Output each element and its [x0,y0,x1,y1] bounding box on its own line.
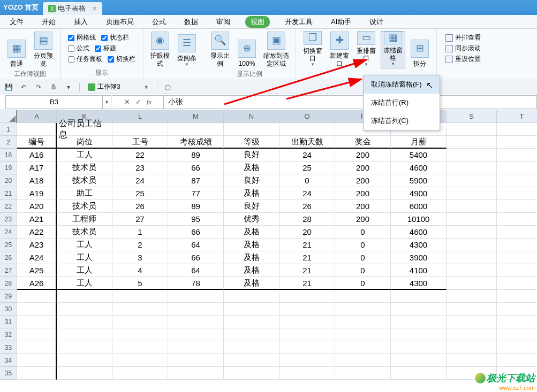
normal-view-button[interactable]: ▦普通 [4,31,29,68]
table-cell[interactable]: 200 [335,162,391,174]
table-cell[interactable]: 26 [112,200,168,213]
table-cell[interactable]: 89 [168,149,224,162]
table-cell[interactable]: 工人 [57,149,112,162]
table-cell[interactable]: 23 [112,162,168,174]
table-cell[interactable]: 200 [335,213,391,226]
table-cell[interactable]: 21 [279,251,335,264]
table-cell[interactable]: A26 [17,277,57,290]
table-cell[interactable]: 95 [168,213,224,226]
table-cell[interactable]: 4300 [391,277,447,290]
eyecare-button[interactable]: ◉护眼模式 [148,31,172,68]
readbar-button[interactable]: ☰查阅条▼ [175,31,199,68]
name-box[interactable]: B3▼ [5,95,111,109]
table-cell[interactable]: 良好 [224,200,279,213]
cancel-icon[interactable]: ✕ [124,98,130,106]
table-cell[interactable]: 及格 [224,264,279,277]
table-cell[interactable]: 0 [335,264,391,277]
formula-input[interactable] [164,95,537,109]
save-icon[interactable]: 💾 [3,82,14,93]
table-cell[interactable]: 4900 [391,187,447,200]
zoom-selection-button[interactable]: ▣缩放到选定区域 [261,31,291,68]
table-cell[interactable]: 25 [279,162,335,174]
table-cell[interactable]: 工人 [57,239,112,251]
column-header[interactable]: T [497,110,537,123]
table-cell[interactable]: 技术员 [57,162,112,174]
formulabar-checkbox[interactable]: 公式 [68,44,89,53]
table-cell[interactable]: 工程师 [57,213,112,226]
view-side-by-side-button[interactable]: 并排查看 [445,33,481,42]
undo-icon[interactable]: ↶ [18,82,29,93]
table-cell[interactable]: 0 [335,251,391,264]
reset-position-button[interactable]: 重设位置 [445,55,481,64]
table-cell[interactable]: 20 [279,226,335,239]
table-cell[interactable]: 0 [279,174,335,187]
table-cell[interactable]: 2 [112,239,168,251]
table-cell[interactable]: 及格 [224,226,279,239]
switchbar-checkbox[interactable]: 切换栏 [108,55,135,64]
table-cell[interactable]: A16 [17,149,57,162]
table-cell[interactable]: 技术员 [57,226,112,239]
table-cell[interactable]: 25 [112,187,168,200]
table-cell[interactable]: 28 [279,213,335,226]
table-cell[interactable]: 89 [168,200,224,213]
table-cell[interactable]: 优秀 [224,213,279,226]
table-cell[interactable]: 0 [335,277,391,290]
zoom-100-button[interactable]: ⊕100% [235,31,259,68]
table-cell[interactable]: 4 [112,264,168,277]
table-header[interactable]: 编号 [17,136,57,149]
table-cell[interactable]: 及格 [224,187,279,200]
table-cell[interactable]: 24 [279,149,335,162]
table-cell[interactable]: 0 [335,226,391,239]
table-cell[interactable]: 66 [168,162,224,174]
sync-scroll-button[interactable]: 同步滚动 [445,44,481,53]
sheet-icon[interactable]: ▢ [163,82,173,93]
table-header[interactable]: 考核成绩 [168,136,224,149]
table-cell[interactable]: 工人 [57,264,112,277]
table-cell[interactable]: 64 [168,264,224,277]
table-cell[interactable]: A20 [17,200,57,213]
menu-review[interactable]: 审阅 [213,16,233,28]
column-header[interactable]: L [112,110,168,123]
table-cell[interactable]: 87 [168,174,224,187]
table-cell[interactable]: A18 [17,174,57,187]
table-cell[interactable]: 及格 [224,162,279,174]
menu-view[interactable]: 视图 [245,16,270,28]
table-cell[interactable]: 3900 [391,251,447,264]
table-cell[interactable]: 5900 [391,174,447,187]
table-cell[interactable]: 200 [335,149,391,162]
table-cell[interactable]: 24 [279,187,335,200]
headings-checkbox[interactable]: 标题 [95,44,116,53]
spreadsheet-area[interactable]: AKLMNOPQST1公司员工信息2编号岗位工号考核成绩等级出勤天数奖金月薪18… [0,110,537,392]
table-header[interactable]: 出勤天数 [279,136,335,149]
table-cell[interactable]: 4600 [391,226,447,239]
table-cell[interactable]: 21 [279,277,335,290]
table-cell[interactable]: 1 [112,226,168,239]
table-cell[interactable]: A23 [17,239,57,251]
gridlines-checkbox[interactable]: 网格线 [68,33,96,42]
table-cell[interactable]: 5400 [391,149,447,162]
arrange-window-button[interactable]: ▭重排窗口▼ [354,31,379,68]
table-cell[interactable]: 工人 [57,277,112,290]
table-cell[interactable]: 6000 [391,200,447,213]
table-cell[interactable]: 助工 [57,187,112,200]
table-cell[interactable]: 200 [335,200,391,213]
table-header[interactable]: 奖金 [335,136,391,149]
table-cell[interactable]: 4600 [391,162,447,174]
split-button[interactable]: ⊞拆分 [407,31,432,68]
table-cell[interactable]: 0 [335,239,391,251]
column-header[interactable]: N [224,110,279,123]
table-cell[interactable]: 3 [112,251,168,264]
close-icon[interactable]: × [92,4,96,13]
table-header[interactable]: 月薪 [391,136,447,149]
table-header[interactable]: 岗位 [57,136,112,149]
table-cell[interactable]: 200 [335,174,391,187]
table-cell[interactable]: 200 [335,187,391,200]
table-cell[interactable]: 良好 [224,174,279,187]
table-header[interactable]: 等级 [224,136,279,149]
redo-icon[interactable]: ↷ [33,82,44,93]
menu-design[interactable]: 设计 [366,16,387,28]
table-cell[interactable]: 21 [279,264,335,277]
table-cell[interactable]: A22 [17,226,57,239]
new-window-button[interactable]: ✚新建窗口 [327,31,352,68]
freeze-top-row-item[interactable]: 冻结首行(R) [364,94,440,112]
